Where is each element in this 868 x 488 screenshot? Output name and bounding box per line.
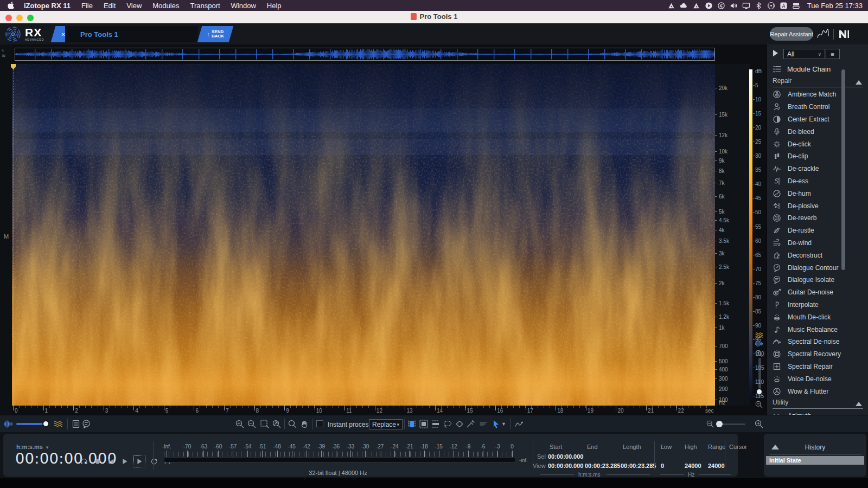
freq-low-value[interactable]: 0 bbox=[661, 463, 664, 469]
module-de-wind[interactable]: De-wind bbox=[767, 237, 868, 249]
spectrogram-display[interactable] bbox=[12, 64, 715, 406]
module-breath-control[interactable]: Breath Control bbox=[767, 101, 868, 113]
module-ambience-match[interactable]: Ambience Match bbox=[767, 88, 868, 101]
display-icon[interactable] bbox=[742, 2, 751, 10]
module-chain-item[interactable]: Module Chain bbox=[767, 62, 868, 76]
magnify-tool-icon[interactable] bbox=[288, 419, 297, 429]
preset-selector[interactable]: All ∨ bbox=[783, 49, 825, 59]
send-back-button[interactable]: ↑ SENDBACK bbox=[197, 26, 234, 42]
panel-scrollbar[interactable] bbox=[841, 69, 845, 270]
module-wow-flutter[interactable]: Wow & Flutter bbox=[767, 385, 868, 397]
module-mouth-de-click[interactable]: Mouth De-click bbox=[767, 311, 868, 323]
module-dialogue-isolate[interactable]: Dialogue Isolate bbox=[767, 274, 868, 286]
menu-help[interactable]: Help bbox=[261, 2, 287, 10]
monitor-button[interactable] bbox=[79, 457, 89, 466]
time-ruler[interactable]: sec 012345678910111213141516171819202122 bbox=[12, 406, 715, 415]
waveform-overview[interactable] bbox=[15, 48, 715, 61]
module-de-rustle[interactable]: De-rustle bbox=[767, 224, 868, 237]
input-source-icon[interactable] bbox=[779, 2, 788, 10]
apple-menu-icon[interactable] bbox=[8, 2, 15, 9]
zoom-out-vertical-icon[interactable] bbox=[755, 400, 763, 409]
grab-tool-icon[interactable] bbox=[299, 419, 309, 429]
spectrogram-settings-icon[interactable] bbox=[71, 419, 81, 429]
comments-icon[interactable] bbox=[81, 419, 91, 429]
module-de-plosive[interactable]: De-plosive bbox=[767, 200, 868, 212]
menu-file[interactable]: File bbox=[76, 2, 98, 10]
wave-spec-blend-knob[interactable] bbox=[42, 420, 49, 427]
module-deconstruct[interactable]: Deconstruct bbox=[767, 249, 868, 261]
zoom-fit-icon[interactable] bbox=[272, 419, 282, 429]
zoom-out-icon[interactable] bbox=[247, 419, 257, 429]
lasso-selection-tool-icon[interactable] bbox=[443, 419, 452, 429]
module-center-extract[interactable]: Center Extract bbox=[767, 113, 868, 126]
selection-cursor-tool-icon[interactable] bbox=[492, 419, 501, 429]
play-selection-button[interactable] bbox=[133, 455, 145, 467]
freq-range-value[interactable]: 24000 bbox=[708, 463, 725, 469]
module-dialogue-contour[interactable]: Dialogue Contour bbox=[767, 261, 868, 274]
scrub-tool-icon[interactable] bbox=[514, 419, 524, 429]
level-meter[interactable]: -Inf. 32-bit float | 48000 Hz -Inf.-70-6… bbox=[159, 434, 539, 477]
module-spectral-de-noise[interactable]: Spectral De-noise bbox=[767, 336, 868, 348]
spectrogram-opacity-icon[interactable] bbox=[53, 419, 63, 429]
menu-window[interactable]: Window bbox=[226, 2, 261, 10]
module-interpolate[interactable]: Interpolate bbox=[767, 299, 868, 311]
brush-selection-tool-icon[interactable] bbox=[455, 419, 464, 429]
module-voice-de-noise[interactable]: Voice De-noise bbox=[767, 373, 868, 385]
time-selection-tool-icon[interactable] bbox=[407, 419, 417, 429]
module-de-click[interactable]: De-click bbox=[767, 138, 868, 150]
module-spectral-recovery[interactable]: Spectral Recovery bbox=[767, 348, 868, 361]
sel-start-value[interactable]: 00:00:00.000 bbox=[548, 453, 583, 460]
history-item-initial-state[interactable]: Initial State bbox=[766, 456, 864, 465]
preset-run-button[interactable] bbox=[773, 50, 778, 56]
magic-wand-tool-icon[interactable] bbox=[465, 419, 475, 429]
return-to-start-button[interactable] bbox=[106, 457, 116, 466]
zoom-in-icon[interactable] bbox=[235, 419, 245, 429]
time-frequency-selection-tool-icon[interactable] bbox=[419, 419, 429, 429]
menu-transport[interactable]: Transport bbox=[184, 2, 225, 10]
bluetooth-icon[interactable] bbox=[754, 2, 763, 10]
panel-menu-button[interactable]: ≡ bbox=[826, 49, 840, 59]
repair-assistant-button[interactable]: Repair Assistant bbox=[770, 27, 813, 41]
menu-izotope-rx-11[interactable]: iZotope RX 11 bbox=[18, 2, 76, 10]
section-header-repair[interactable]: Repair bbox=[773, 76, 863, 87]
zoom-out-horizontal-icon[interactable] bbox=[706, 419, 714, 429]
waveform-opacity-icon[interactable] bbox=[3, 419, 13, 429]
module-de-clip[interactable]: De-clip bbox=[767, 150, 868, 163]
freq-high-value[interactable]: 24000 bbox=[685, 463, 701, 469]
zoom-selection-icon[interactable] bbox=[260, 419, 270, 429]
play-circle-icon[interactable] bbox=[704, 2, 713, 10]
tab-pro-tools-1[interactable]: Pro Tools 1 bbox=[65, 26, 198, 42]
module-de-hum[interactable]: De-hum bbox=[767, 187, 868, 200]
record-button[interactable] bbox=[93, 457, 103, 466]
hotspot-icon[interactable] bbox=[767, 2, 776, 10]
horizontal-zoom-knob[interactable] bbox=[716, 421, 723, 427]
module-de-reverb[interactable]: De-reverb bbox=[767, 212, 868, 224]
instant-process-checkbox[interactable] bbox=[316, 420, 323, 427]
section-header-utility[interactable]: Utility bbox=[773, 397, 863, 409]
spectrogram-collapse-icon[interactable]: ≋ bbox=[2, 53, 6, 59]
menu-edit[interactable]: Edit bbox=[98, 2, 121, 10]
amplitude-colorbar[interactable] bbox=[749, 69, 752, 401]
menu-view[interactable]: View bbox=[121, 2, 147, 10]
scribble-tool-icon[interactable] bbox=[816, 28, 830, 41]
menu-clock[interactable]: Tue Feb 25 17:33 bbox=[807, 2, 863, 10]
menu-modules[interactable]: Modules bbox=[147, 2, 184, 10]
module-de-ess[interactable]: De-ess bbox=[767, 175, 868, 188]
view-end-value[interactable]: 00:00:23.285 bbox=[585, 463, 620, 469]
module-de-bleed[interactable]: De-bleed bbox=[767, 125, 868, 138]
adobe-app-icon[interactable] bbox=[692, 2, 701, 10]
zoom-in-horizontal-icon[interactable] bbox=[754, 419, 764, 429]
process-mode-select[interactable]: Replace ▾ bbox=[369, 419, 403, 429]
waveform-collapse-icon[interactable]: ≈ bbox=[2, 48, 4, 53]
euro-circle-icon[interactable] bbox=[717, 2, 726, 10]
module-music-rebalance[interactable]: Music Rebalance bbox=[767, 323, 868, 336]
loop-button[interactable] bbox=[149, 457, 159, 466]
module-guitar-de-noise[interactable]: Guitar De-noise bbox=[767, 286, 868, 299]
play-button[interactable] bbox=[120, 457, 130, 466]
module-de-crackle[interactable]: De-crackle bbox=[767, 163, 868, 175]
stack-icon[interactable] bbox=[792, 2, 801, 10]
find-similar-tool-icon[interactable] bbox=[478, 419, 488, 429]
volume-icon[interactable] bbox=[729, 2, 738, 10]
frequency-scale[interactable]: Hz 20k15k12k10k9k8k7k6k5k4.5k4k3.5k3k2.5… bbox=[715, 64, 750, 406]
creative-cloud-icon[interactable] bbox=[667, 2, 676, 10]
